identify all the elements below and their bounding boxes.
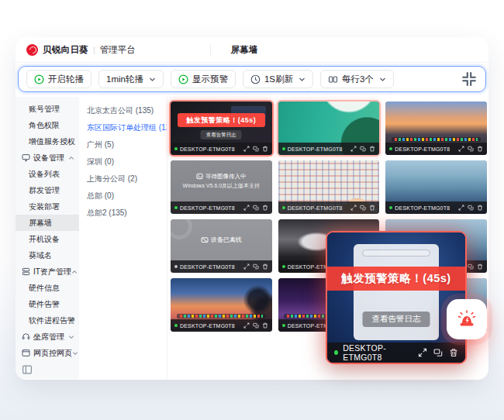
screen-tile[interactable]: DESKTOP-ETMG0T8 — [171, 278, 272, 332]
org-group-item[interactable]: 北京太吉公司 (135) — [79, 102, 167, 119]
switch-screen-icon[interactable] — [253, 263, 259, 270]
sidebar-item-label: 安装部署 — [29, 201, 60, 212]
clock-icon — [250, 74, 261, 84]
grid-icon — [328, 74, 338, 84]
switch-screen-icon[interactable] — [360, 205, 366, 211]
delete-icon[interactable] — [477, 263, 483, 270]
play-circle-icon — [34, 74, 44, 84]
screen-tile[interactable]: DESKTOP-ETMG0T8 — [278, 102, 380, 155]
sidebar-item-group[interactable]: IT资产管理 — [16, 263, 79, 280]
sidebar-item-label: 网页控网页 — [33, 348, 72, 359]
popup-alert-banner: 触发预警策略！(45s) — [327, 267, 465, 291]
org-group-item[interactable]: 上海分公司 (2) — [79, 170, 167, 188]
delete-icon[interactable] — [262, 205, 268, 211]
play-circle-icon — [178, 74, 188, 84]
chevron-down-icon — [299, 76, 306, 83]
sidebar-item-sub[interactable]: 群发管理 — [16, 182, 79, 198]
sidebar-item-sub[interactable]: 屏幕墙 — [16, 215, 79, 231]
expand-icon[interactable] — [458, 146, 464, 152]
expand-icon[interactable] — [243, 322, 250, 329]
sidebar-item-sub[interactable]: 硬件信息 — [16, 280, 79, 296]
expand-icon[interactable] — [243, 205, 250, 211]
switch-screen-icon[interactable] — [433, 348, 443, 357]
tile-actions — [458, 205, 483, 211]
org-group-item[interactable]: 深圳 (0) — [79, 153, 167, 170]
sidebar-item-sub[interactable]: 设备列表 — [16, 166, 79, 182]
delete-icon[interactable] — [477, 146, 483, 152]
siren-alarm-icon — [456, 308, 478, 330]
expand-icon[interactable] — [458, 205, 464, 211]
org-group-list: 北京太吉公司 (135) 东区国际订单处理组 (12) 广州 (5) 深圳 (0… — [79, 97, 167, 379]
sidebar-item-sub[interactable]: 开机设备 — [16, 231, 79, 247]
screen-tile[interactable]: 设备已离线 DESKTOP-ETMG0T8 — [171, 219, 272, 273]
switch-screen-icon[interactable] — [360, 146, 366, 152]
toolbar-button-start-carousel[interactable]: 开启轮播 — [26, 70, 91, 88]
sidebar-item-sub[interactable]: 葵域名 — [16, 247, 79, 263]
screen-tile[interactable]: DESKTOP-ETMG0T8 — [278, 160, 380, 214]
monitor-icon — [22, 153, 30, 162]
app-header: 贝锐向日葵 | 管理平台 屏幕墙 — [16, 37, 488, 63]
screen-tile[interactable]: 等待图像传入中 Windows V5.6.0及以上版本支持 DESKTOP-ET… — [171, 160, 272, 214]
device-name: DESKTOP-ETMG0T8 — [395, 205, 450, 211]
toolbar-button-show-alerts[interactable]: 显示预警 — [171, 70, 236, 88]
compress-icon — [461, 71, 478, 88]
sidebar-item-label: 硬件信息 — [29, 283, 60, 294]
switch-screen-icon[interactable] — [253, 322, 259, 329]
switch-screen-icon[interactable] — [253, 146, 259, 152]
toolbar-button-per-row[interactable]: 每行3个 — [320, 70, 394, 88]
screen-tile[interactable]: DESKTOP-ETMG0T8 — [385, 160, 487, 214]
expand-icon[interactable] — [418, 348, 427, 357]
delete-icon[interactable] — [369, 205, 375, 211]
tile-device-bar: DESKTOP-ETMG0T8 — [171, 201, 272, 214]
collapse-sidebar-button[interactable] — [22, 364, 33, 375]
sidebar-item-group[interactable]: 网页控网页 — [16, 345, 79, 361]
sidebar-item-sub[interactable]: 软件进程告警 — [16, 312, 79, 329]
alert-popup[interactable]: 触发预警策略！(45s) 查看告警日志 DESKTOP-ETMG0T8 — [326, 231, 467, 364]
tile-device-bar: DESKTOP-ETMG0T8 — [171, 260, 272, 273]
status-dot — [174, 324, 178, 327]
brand-separator: | — [93, 45, 95, 54]
popup-device-actions — [418, 348, 458, 357]
sidebar-item-sub[interactable]: 账号管理 — [16, 101, 79, 117]
toolbar-button-carousel-interval[interactable]: 1min轮播 — [98, 70, 164, 88]
screenwall-toolbar: 开启轮播 1min轮播 显示预警 1S刷新 每行3个 — [18, 66, 486, 92]
delete-icon[interactable] — [477, 205, 483, 211]
browser-icon — [22, 349, 30, 357]
switch-screen-icon[interactable] — [468, 263, 474, 270]
status-dot — [174, 147, 178, 150]
org-group-item[interactable]: 总部2 (135) — [79, 205, 167, 222]
sidebar-item-sub[interactable]: 角色权限 — [16, 117, 79, 133]
online-status-dot — [334, 350, 338, 355]
org-group-item[interactable]: 东区国际订单处理组 (12) — [79, 119, 167, 136]
org-group-item[interactable]: 总部 (0) — [79, 188, 167, 205]
screen-tile[interactable]: 触发预警策略！(45s) 查看告警日志 DESKTOP-ETMG0T8 — [171, 102, 272, 155]
org-group-item[interactable]: 广州 (5) — [79, 136, 167, 153]
switch-screen-icon[interactable] — [253, 205, 259, 211]
sidebar-item-sub[interactable]: 增值服务授权 — [16, 133, 79, 150]
delete-icon[interactable] — [262, 322, 268, 329]
switch-screen-icon[interactable] — [468, 205, 474, 211]
delete-icon[interactable] — [369, 146, 375, 152]
collapse-toolbar-button[interactable] — [461, 71, 478, 88]
device-name: DESKTOP-ETMG0T8 — [288, 146, 343, 152]
tile-offline-overlay: 设备已离线 — [171, 219, 272, 260]
org-group-label: 广州 (5) — [87, 139, 114, 150]
delete-icon[interactable] — [262, 263, 268, 270]
toolbar-button-refresh-interval[interactable]: 1S刷新 — [243, 70, 313, 88]
screen-tile[interactable]: DESKTOP-ETMG0T8 — [385, 102, 487, 155]
expand-icon[interactable] — [243, 263, 250, 270]
sidebar-item-group[interactable]: 坐席管理 — [16, 329, 79, 345]
delete-icon[interactable] — [262, 146, 268, 152]
switch-screen-icon[interactable] — [468, 146, 474, 152]
tile-view-alert-log-button[interactable]: 查看告警日志 — [201, 130, 242, 139]
sidebar-item-group[interactable]: 设备管理 — [16, 150, 79, 166]
expand-icon[interactable] — [350, 205, 357, 211]
device-name: DESKTOP-ETMG0T8 — [288, 205, 343, 211]
delete-icon[interactable] — [449, 348, 458, 357]
popup-view-alert-log-button[interactable]: 查看告警日志 — [363, 312, 430, 327]
sidebar-item-sub[interactable]: 安装部署 — [16, 198, 79, 215]
alarm-badge[interactable] — [447, 299, 487, 339]
expand-icon[interactable] — [243, 146, 250, 152]
sidebar-item-sub[interactable]: 硬件告警 — [16, 296, 79, 312]
expand-icon[interactable] — [350, 146, 357, 152]
